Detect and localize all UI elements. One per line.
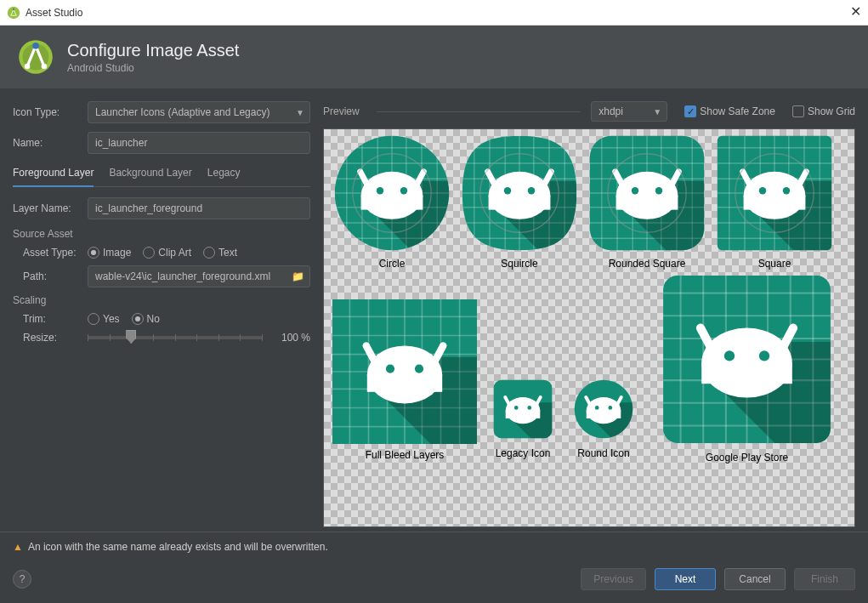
preview-item-squircle: Squircle	[460, 134, 579, 270]
dialog-header: Configure Image Asset Android Studio	[0, 26, 868, 88]
caption: Round Icon	[570, 447, 637, 459]
svg-point-25	[32, 43, 39, 49]
preview-item-full-bleed: Full Bleed Layers	[332, 299, 477, 461]
slider-thumb[interactable]	[126, 330, 136, 344]
path-value: wable-v24\ic_launcher_foreground.xml	[95, 270, 270, 282]
radio-icon	[203, 247, 215, 259]
chevron-down-icon: ▼	[653, 107, 661, 117]
preview-area: Circle Squircle Rounded Square Square	[323, 128, 855, 527]
android-studio-logo-icon	[17, 38, 54, 76]
warning-text: An icon with the same name already exist…	[28, 541, 328, 553]
help-button[interactable]: ?	[13, 570, 31, 589]
footer-warning: ▲ An icon with the same name already exi…	[0, 532, 868, 561]
page-title: Configure Image Asset	[67, 41, 239, 60]
path-input[interactable]: wable-v24\ic_launcher_foreground.xml 📁	[88, 265, 310, 287]
name-input[interactable]: ic_launcher	[88, 132, 310, 154]
icon-type-select[interactable]: Launcher Icons (Adaptive and Legacy) ▼	[88, 101, 310, 123]
show-grid-checkbox[interactable]: Show Grid	[792, 105, 855, 117]
tab-legacy[interactable]: Legacy	[207, 162, 241, 186]
page-subtitle: Android Studio	[67, 62, 239, 74]
preview-item-round-icon: Round Icon	[570, 376, 637, 459]
svg-point-26	[25, 64, 31, 70]
asset-type-radio-text[interactable]: Text	[203, 247, 237, 259]
resize-label: Resize:	[23, 332, 88, 344]
chevron-down-icon: ▼	[296, 108, 304, 117]
preview-label: Preview	[323, 105, 360, 117]
preview-item-rounded-square: Rounded Square	[587, 134, 706, 270]
next-button[interactable]: Next	[655, 568, 716, 590]
previous-button[interactable]: Previous	[581, 568, 646, 590]
window-title: Asset Studio	[26, 7, 82, 19]
radio-icon	[132, 313, 144, 325]
caption: Rounded Square	[587, 258, 706, 270]
trim-radio-no[interactable]: No	[132, 313, 160, 325]
layer-name-label: Layer Name:	[13, 202, 88, 214]
resize-slider[interactable]	[88, 336, 263, 339]
source-asset-label: Source Asset	[13, 228, 310, 240]
tab-foreground-layer[interactable]: Foreground Layer	[13, 162, 94, 187]
icon-type-label: Icon Type:	[13, 106, 88, 118]
app-icon	[7, 6, 20, 20]
radio-icon	[88, 247, 99, 259]
folder-icon[interactable]: 📁	[292, 270, 304, 282]
layer-name-input[interactable]: ic_launcher_foreground	[88, 197, 310, 219]
asset-type-radio-clipart[interactable]: Clip Art	[143, 247, 191, 259]
preview-item-circle: Circle	[332, 134, 451, 270]
icon-type-value: Launcher Icons (Adaptive and Legacy)	[95, 106, 269, 118]
layer-name-value: ic_launcher_foreground	[95, 202, 202, 214]
checkbox-icon	[792, 105, 804, 117]
close-icon[interactable]: ✕	[850, 3, 861, 20]
finish-button[interactable]: Finish	[794, 568, 855, 590]
path-label: Path:	[23, 270, 88, 282]
name-label: Name:	[13, 137, 88, 149]
tab-background-layer[interactable]: Background Layer	[109, 162, 191, 186]
caption: Squircle	[460, 258, 579, 270]
trim-label: Trim:	[23, 313, 88, 325]
titlebar: Asset Studio ✕	[0, 0, 868, 26]
cancel-button[interactable]: Cancel	[724, 568, 786, 590]
scaling-label: Scaling	[13, 294, 310, 306]
checkbox-icon: ✓	[684, 105, 696, 117]
caption: Square	[715, 258, 834, 270]
trim-radio-yes[interactable]: Yes	[88, 313, 120, 325]
preview-item-play-store: Google Play Store	[660, 272, 834, 464]
radio-icon	[143, 247, 155, 259]
divider	[377, 111, 582, 112]
caption: Google Play Store	[660, 452, 834, 464]
svg-point-22	[13, 8, 14, 9]
caption: Circle	[332, 258, 451, 270]
caption: Full Bleed Layers	[332, 449, 477, 461]
warning-icon: ▲	[13, 541, 23, 553]
show-safe-zone-checkbox[interactable]: ✓Show Safe Zone	[684, 105, 775, 117]
preview-item-square: Square	[715, 134, 834, 270]
asset-type-radio-image[interactable]: Image	[88, 247, 131, 259]
name-value: ic_launcher	[95, 137, 147, 149]
svg-point-27	[42, 64, 48, 70]
density-select[interactable]: xhdpi ▼	[591, 101, 667, 122]
layer-tabs: Foreground Layer Background Layer Legacy	[13, 162, 310, 187]
resize-value: 100 %	[273, 332, 310, 344]
caption: Legacy Icon	[490, 447, 556, 459]
radio-icon	[88, 313, 99, 325]
asset-type-label: Asset Type:	[23, 247, 88, 259]
preview-item-legacy-icon: Legacy Icon	[490, 376, 556, 459]
